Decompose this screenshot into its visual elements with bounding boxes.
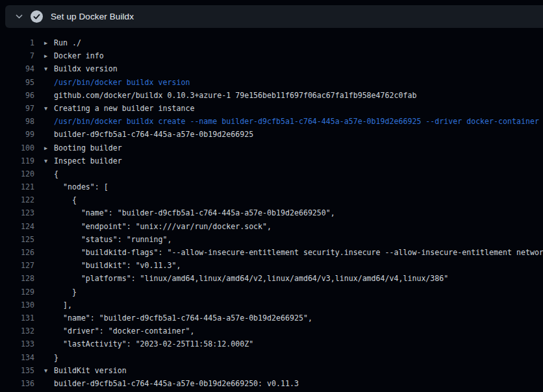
log-line: 129 } — [0, 286, 543, 299]
log-line: 124 "endpoint": "unix:///var/run/docker.… — [0, 220, 543, 233]
log-line: 127 "buildkit": "v0.11.3", — [0, 259, 543, 272]
log-output-text: } — [54, 351, 58, 364]
line-number[interactable]: 98 — [0, 115, 34, 128]
line-number[interactable]: 97 — [0, 102, 34, 115]
line-number[interactable]: 94 — [0, 62, 34, 75]
log-group-line[interactable]: 135▼BuildKit version — [0, 364, 543, 377]
line-number[interactable]: 132 — [0, 325, 34, 337]
check-circle-icon — [31, 10, 43, 23]
line-number[interactable]: 7 — [0, 49, 34, 62]
log-group-title: Booting builder — [54, 141, 122, 154]
log-output-text: builder-d9cfb5a1-c764-445a-a57e-0b19d2e6… — [54, 128, 253, 141]
log-output-text: "buildkitd-flags": "--allow-insecure-ent… — [54, 246, 543, 259]
group-expanded-triangle-icon[interactable]: ▼ — [44, 102, 54, 115]
group-expanded-triangle-icon[interactable]: ▼ — [44, 364, 54, 377]
log-output-text: "nodes": [ — [54, 180, 108, 193]
group-collapsed-triangle-icon[interactable]: ▶ — [44, 36, 54, 49]
group-expanded-triangle-icon[interactable]: ▼ — [44, 62, 54, 75]
log-output-text: "lastActivity": "2023-02-25T11:58:12.000… — [54, 337, 253, 350]
line-number[interactable]: 135 — [0, 364, 34, 377]
line-number[interactable]: 96 — [0, 89, 34, 102]
log-group-title: Inspect builder — [54, 154, 122, 167]
line-number[interactable]: 133 — [0, 337, 34, 350]
log-output-text: github.com/docker/buildx 0.10.3+azure-1 … — [54, 89, 416, 102]
log-line: 95/usr/bin/docker buildx version — [0, 76, 543, 89]
line-number[interactable]: 123 — [0, 206, 34, 219]
step-header[interactable]: Set up Docker Buildx — [5, 5, 543, 28]
log-group-title: Docker info — [54, 49, 104, 62]
group-collapsed-triangle-icon[interactable]: ▶ — [44, 49, 54, 62]
log-line: 132 "driver": "docker-container", — [0, 325, 543, 337]
log-line: 121 "nodes": [ — [0, 180, 543, 193]
log-output-text: ], — [54, 299, 72, 312]
log-group-line[interactable]: 119▼Inspect builder — [0, 154, 543, 167]
log-output-text: "driver": "docker-container", — [54, 325, 194, 337]
log-line: 122 { — [0, 193, 543, 206]
line-number[interactable]: 129 — [0, 286, 34, 299]
log-group-line[interactable]: 7▶Docker info — [0, 49, 543, 62]
group-expanded-triangle-icon[interactable]: ▼ — [44, 154, 54, 167]
log-output-text: "name": "builder-d9cfb5a1-c764-445a-a57e… — [54, 206, 335, 219]
log-line: 136builder-d9cfb5a1-c764-445a-a57e-0b19d… — [0, 377, 543, 390]
line-number[interactable]: 131 — [0, 312, 34, 325]
line-number[interactable]: 100 — [0, 141, 34, 154]
log-output-text: } — [54, 286, 77, 299]
log-line: 96github.com/docker/buildx 0.10.3+azure-… — [0, 89, 543, 102]
log-line: 125 "status": "running", — [0, 233, 543, 246]
line-number[interactable]: 130 — [0, 299, 34, 312]
log-command-text: /usr/bin/docker buildx version — [54, 76, 190, 89]
log-line: 134} — [0, 351, 543, 364]
log-output-text: builder-d9cfb5a1-c764-445a-a57e-0b19d2e6… — [54, 377, 299, 390]
line-number[interactable]: 136 — [0, 377, 34, 390]
log-line: 126 "buildkitd-flags": "--allow-insecure… — [0, 246, 543, 259]
log-output-text: "status": "running", — [54, 233, 171, 246]
line-number[interactable]: 99 — [0, 128, 34, 141]
log-output-text: "endpoint": "unix:///var/run/docker.sock… — [54, 220, 272, 233]
log-line: 131 "name": "builder-d9cfb5a1-c764-445a-… — [0, 312, 543, 325]
line-number[interactable]: 120 — [0, 167, 34, 180]
log-line: 133 "lastActivity": "2023-02-25T11:58:12… — [0, 337, 543, 350]
group-collapsed-triangle-icon[interactable]: ▶ — [44, 141, 54, 154]
line-number[interactable]: 95 — [0, 76, 34, 89]
log-output-text: { — [54, 193, 77, 206]
log-group-line[interactable]: 97▼Creating a new builder instance — [0, 102, 543, 115]
log-group-title: BuildKit version — [54, 364, 127, 377]
log-line: 98/usr/bin/docker buildx create --name b… — [0, 115, 543, 128]
line-number[interactable]: 134 — [0, 351, 34, 364]
log-output-text: "name": "builder-d9cfb5a1-c764-445a-a57e… — [54, 312, 312, 325]
log-group-line[interactable]: 94▼Buildx version — [0, 62, 543, 75]
log-line: 123 "name": "builder-d9cfb5a1-c764-445a-… — [0, 206, 543, 219]
line-number[interactable]: 125 — [0, 233, 34, 246]
log-output-text: "buildkit": "v0.11.3", — [54, 259, 181, 272]
log-line: 99builder-d9cfb5a1-c764-445a-a57e-0b19d2… — [0, 128, 543, 141]
line-number[interactable]: 124 — [0, 220, 34, 233]
log-group-title: Run ./ — [54, 36, 81, 49]
log-line: 120{ — [0, 167, 543, 180]
log-line: 128 "platforms": "linux/amd64,linux/amd6… — [0, 272, 543, 285]
log-line: 130 ], — [0, 299, 543, 312]
line-number[interactable]: 119 — [0, 154, 34, 167]
line-number[interactable]: 122 — [0, 193, 34, 206]
line-number[interactable]: 121 — [0, 180, 34, 193]
log-group-line[interactable]: 1▶Run ./ — [0, 36, 543, 49]
log-group-title: Buildx version — [54, 62, 118, 75]
chevron-down-icon[interactable] — [14, 12, 23, 21]
log-command-text: /usr/bin/docker buildx create --name bui… — [54, 115, 543, 128]
log-viewer: 1▶Run ./7▶Docker info94▼Buildx version95… — [0, 28, 543, 392]
line-number[interactable]: 128 — [0, 272, 34, 285]
log-output-text: { — [54, 167, 58, 180]
log-group-line[interactable]: 100▶Booting builder — [0, 141, 543, 154]
log-group-title: Creating a new builder instance — [54, 102, 194, 115]
line-number[interactable]: 126 — [0, 246, 34, 259]
line-number[interactable]: 127 — [0, 259, 34, 272]
line-number[interactable]: 1 — [0, 36, 34, 49]
log-output-text: "platforms": "linux/amd64,linux/amd64/v2… — [54, 272, 448, 285]
step-title: Set up Docker Buildx — [51, 12, 134, 21]
